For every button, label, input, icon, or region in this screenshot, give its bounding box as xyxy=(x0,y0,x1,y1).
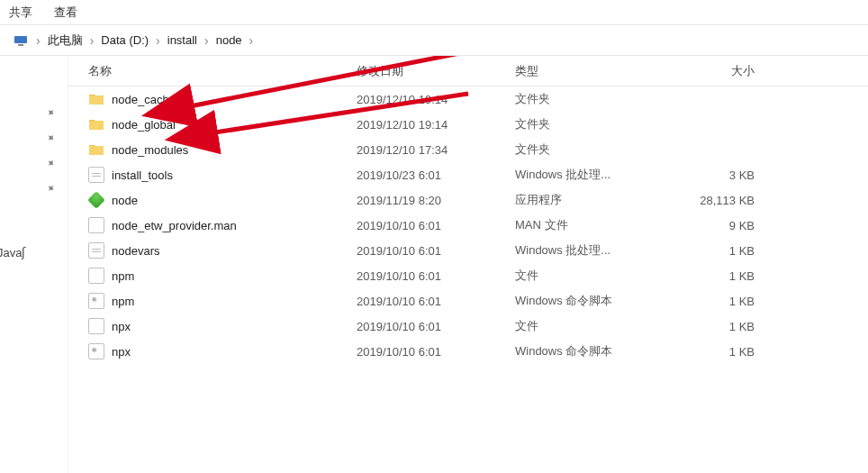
file-type: MAN 文件 xyxy=(515,217,674,233)
chevron-right-icon[interactable] xyxy=(86,33,98,48)
svg-rect-1 xyxy=(18,44,23,46)
crumb-2[interactable]: install xyxy=(167,33,197,47)
table-row[interactable]: install_tools2019/10/23 6:01Windows 批处理.… xyxy=(68,162,868,187)
file-name: nodevars xyxy=(112,244,159,258)
application-icon xyxy=(88,192,104,208)
chevron-right-icon[interactable] xyxy=(201,33,212,48)
svg-rect-0 xyxy=(14,36,27,43)
file-type: 应用程序 xyxy=(515,192,674,208)
crumb-0[interactable]: 此电脑 xyxy=(48,32,83,49)
file-size: 1 KB xyxy=(674,295,782,308)
table-row[interactable]: npm2019/10/10 6:01Windows 命令脚本1 KB xyxy=(68,288,868,314)
file-date: 2019/10/10 6:01 xyxy=(357,345,515,359)
file-type: 文件 xyxy=(515,318,674,334)
menu-share[interactable]: 共享 xyxy=(9,5,32,21)
file-date: 2019/10/10 6:01 xyxy=(357,269,515,283)
pin-icon: ✦ xyxy=(43,180,59,196)
file-date: 2019/12/10 17:34 xyxy=(357,143,515,157)
pc-icon xyxy=(13,32,29,49)
folder-icon xyxy=(88,91,104,107)
cmd-script-icon xyxy=(88,293,104,309)
col-header-type[interactable]: 类型 xyxy=(515,63,674,79)
file-size: 1 KB xyxy=(674,244,782,258)
file-size: 1 KB xyxy=(674,320,782,333)
file-list-pane: 名称 修改日期 类型 大小 node_cache2019/12/10 19:14… xyxy=(68,56,868,473)
table-row[interactable]: npx2019/10/10 6:01Windows 命令脚本1 KB xyxy=(68,339,868,364)
quick-access-sidebar: ✦ ✦ ✦ ✦ 甚础 第一个Javaʃ 主册 期 xyxy=(0,56,68,473)
batch-file-icon xyxy=(88,167,104,183)
file-size: 1 KB xyxy=(674,345,782,359)
menu-bar: 共享 查看 xyxy=(0,0,868,25)
file-size: 9 KB xyxy=(674,219,782,232)
table-row[interactable]: node_global2019/12/10 19:14文件夹 xyxy=(68,112,868,137)
chevron-right-icon[interactable] xyxy=(246,33,258,48)
table-row[interactable]: node_etw_provider.man2019/10/10 6:01MAN … xyxy=(68,213,868,238)
table-row[interactable]: node_cache2019/12/10 19:14文件夹 xyxy=(68,86,868,112)
file-type: 文件夹 xyxy=(515,141,674,158)
menu-view[interactable]: 查看 xyxy=(54,5,77,21)
file-type: Windows 批处理... xyxy=(515,167,674,183)
file-type: 文件夹 xyxy=(515,116,674,132)
col-header-size[interactable]: 大小 xyxy=(674,63,782,79)
table-row[interactable]: node_modules2019/12/10 17:34文件夹 xyxy=(68,137,868,162)
file-type: Windows 命令脚本 xyxy=(515,343,674,359)
file-name: node_modules xyxy=(112,143,188,157)
file-icon xyxy=(88,268,104,284)
file-size: 28,113 KB xyxy=(674,194,782,207)
file-date: 2019/10/23 6:01 xyxy=(357,168,515,182)
file-name: npx xyxy=(112,320,131,333)
table-row[interactable]: nodevars2019/10/10 6:01Windows 批处理...1 K… xyxy=(68,238,868,263)
file-type: Windows 命令脚本 xyxy=(515,293,674,309)
file-date: 2019/12/10 19:14 xyxy=(357,118,515,132)
file-size: 1 KB xyxy=(674,269,782,283)
pin-icon: ✦ xyxy=(43,155,59,170)
file-date: 2019/10/10 6:01 xyxy=(357,244,515,258)
folder-icon xyxy=(88,141,104,158)
pin-icon: ✦ xyxy=(43,130,59,145)
file-name: install_tools xyxy=(112,168,173,182)
crumb-3[interactable]: node xyxy=(216,33,242,47)
cmd-script-icon xyxy=(88,343,104,359)
file-date: 2019/10/10 6:01 xyxy=(357,320,515,333)
file-size: 3 KB xyxy=(674,168,782,182)
file-name: node_etw_provider.man xyxy=(112,219,237,232)
table-row[interactable]: node2019/11/19 8:20应用程序28,113 KB xyxy=(68,187,868,213)
pin-icon: ✦ xyxy=(43,105,59,120)
file-date: 2019/11/19 8:20 xyxy=(357,194,515,207)
file-name: node xyxy=(112,194,138,207)
chevron-right-icon[interactable] xyxy=(152,33,164,48)
file-name: node_cache xyxy=(112,93,176,106)
file-date: 2019/12/10 19:14 xyxy=(357,93,515,106)
file-icon xyxy=(88,217,104,233)
folder-icon xyxy=(88,116,104,132)
file-type: 文件 xyxy=(515,268,674,284)
batch-file-icon xyxy=(88,242,104,259)
file-name: npm xyxy=(112,295,134,308)
file-name: node_global xyxy=(112,118,176,132)
file-icon xyxy=(88,318,104,334)
chevron-right-icon[interactable] xyxy=(32,33,44,48)
col-header-date[interactable]: 修改日期 xyxy=(357,63,515,79)
file-type: Windows 批处理... xyxy=(515,242,674,259)
breadcrumb[interactable]: 此电脑 Data (D:) install node xyxy=(0,25,868,56)
file-date: 2019/10/10 6:01 xyxy=(357,295,515,308)
file-name: npx xyxy=(112,345,131,359)
table-row[interactable]: npx2019/10/10 6:01文件1 KB xyxy=(68,314,868,339)
col-header-name[interactable]: 名称 xyxy=(68,63,357,79)
file-date: 2019/10/10 6:01 xyxy=(357,219,515,232)
file-type: 文件夹 xyxy=(515,91,674,107)
table-row[interactable]: npm2019/10/10 6:01文件1 KB xyxy=(68,263,868,288)
sidebar-item-label[interactable]: 第一个Javaʃ xyxy=(0,245,25,261)
crumb-1[interactable]: Data (D:) xyxy=(101,33,149,47)
column-headers: 名称 修改日期 类型 大小 xyxy=(68,56,868,86)
file-name: npm xyxy=(112,269,134,283)
